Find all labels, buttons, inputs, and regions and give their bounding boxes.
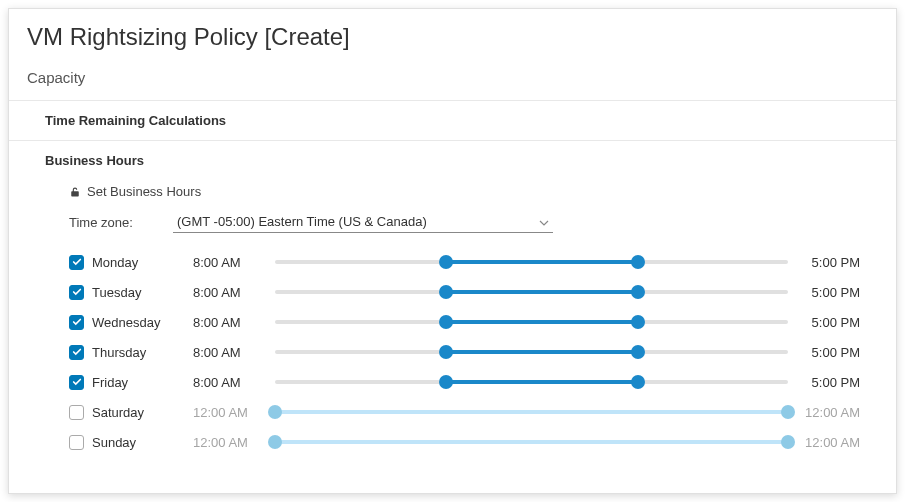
time-range-slider[interactable] <box>275 405 788 419</box>
time-range-slider[interactable] <box>275 345 788 359</box>
set-business-hours-row: Set Business Hours <box>9 178 896 205</box>
slider-handle-start[interactable] <box>439 375 453 389</box>
timezone-row: Time zone: (GMT -05:00) Eastern Time (US… <box>9 205 896 247</box>
day-row-sunday: Sunday12:00 AM12:00 AM <box>9 427 896 457</box>
slider-handle-start[interactable] <box>268 405 282 419</box>
day-checkbox-wrap: Tuesday <box>69 285 193 300</box>
capacity-subtitle: Capacity <box>9 59 896 100</box>
slider-handle-start[interactable] <box>439 255 453 269</box>
day-row-monday: Monday8:00 AM5:00 PM <box>9 247 896 277</box>
time-slider-wrap <box>265 315 798 329</box>
time-slider-wrap <box>265 345 798 359</box>
day-name-label: Friday <box>92 375 128 390</box>
day-checkbox-wrap: Wednesday <box>69 315 193 330</box>
time-slider-wrap <box>265 255 798 269</box>
timezone-select[interactable]: (GMT -05:00) Eastern Time (US & Canada) <box>173 211 553 233</box>
day-checkbox-sunday[interactable] <box>69 435 84 450</box>
end-time-label: 12:00 AM <box>798 435 860 450</box>
start-time-label: 12:00 AM <box>193 435 265 450</box>
slider-handle-end[interactable] <box>631 345 645 359</box>
slider-range <box>446 320 638 324</box>
slider-range <box>446 350 638 354</box>
start-time-label: 8:00 AM <box>193 345 265 360</box>
day-checkbox-tuesday[interactable] <box>69 285 84 300</box>
time-remaining-header: Time Remaining Calculations <box>9 101 896 141</box>
day-checkbox-saturday[interactable] <box>69 405 84 420</box>
day-name-label: Wednesday <box>92 315 160 330</box>
slider-handle-end[interactable] <box>631 315 645 329</box>
time-slider-wrap <box>265 405 798 419</box>
day-checkbox-thursday[interactable] <box>69 345 84 360</box>
time-slider-wrap <box>265 285 798 299</box>
time-range-slider[interactable] <box>275 255 788 269</box>
day-name-label: Saturday <box>92 405 144 420</box>
slider-handle-start[interactable] <box>268 435 282 449</box>
time-range-slider[interactable] <box>275 285 788 299</box>
day-name-label: Sunday <box>92 435 136 450</box>
page-title: VM Rightsizing Policy [Create] <box>9 9 896 59</box>
slider-handle-end[interactable] <box>781 405 795 419</box>
end-time-label: 5:00 PM <box>798 255 860 270</box>
day-row-saturday: Saturday12:00 AM12:00 AM <box>9 397 896 427</box>
slider-handle-end[interactable] <box>781 435 795 449</box>
slider-range <box>446 260 638 264</box>
timezone-label: Time zone: <box>69 215 149 230</box>
day-checkbox-wrap: Sunday <box>69 435 193 450</box>
slider-handle-end[interactable] <box>631 375 645 389</box>
slider-handle-end[interactable] <box>631 255 645 269</box>
time-slider-wrap <box>265 435 798 449</box>
time-range-slider[interactable] <box>275 375 788 389</box>
unlock-icon <box>69 186 81 198</box>
start-time-label: 12:00 AM <box>193 405 265 420</box>
day-row-friday: Friday8:00 AM5:00 PM <box>9 367 896 397</box>
day-checkbox-wrap: Thursday <box>69 345 193 360</box>
start-time-label: 8:00 AM <box>193 285 265 300</box>
time-range-slider[interactable] <box>275 435 788 449</box>
slider-range <box>446 290 638 294</box>
slider-handle-end[interactable] <box>631 285 645 299</box>
day-name-label: Tuesday <box>92 285 141 300</box>
slider-handle-start[interactable] <box>439 285 453 299</box>
start-time-label: 8:00 AM <box>193 315 265 330</box>
set-business-hours-label: Set Business Hours <box>87 184 201 199</box>
time-slider-wrap <box>265 375 798 389</box>
day-checkbox-friday[interactable] <box>69 375 84 390</box>
start-time-label: 8:00 AM <box>193 375 265 390</box>
day-row-thursday: Thursday8:00 AM5:00 PM <box>9 337 896 367</box>
time-range-slider[interactable] <box>275 315 788 329</box>
end-time-label: 5:00 PM <box>798 285 860 300</box>
day-name-label: Monday <box>92 255 138 270</box>
day-checkbox-wednesday[interactable] <box>69 315 84 330</box>
day-checkbox-wrap: Saturday <box>69 405 193 420</box>
end-time-label: 5:00 PM <box>798 375 860 390</box>
start-time-label: 8:00 AM <box>193 255 265 270</box>
end-time-label: 5:00 PM <box>798 315 860 330</box>
slider-range <box>275 440 788 444</box>
business-hours-header: Business Hours <box>9 141 896 178</box>
slider-handle-start[interactable] <box>439 315 453 329</box>
day-row-tuesday: Tuesday8:00 AM5:00 PM <box>9 277 896 307</box>
policy-panel: VM Rightsizing Policy [Create] Capacity … <box>8 8 897 494</box>
slider-range <box>275 410 788 414</box>
slider-range <box>446 380 638 384</box>
end-time-label: 5:00 PM <box>798 345 860 360</box>
day-checkbox-wrap: Friday <box>69 375 193 390</box>
end-time-label: 12:00 AM <box>798 405 860 420</box>
slider-handle-start[interactable] <box>439 345 453 359</box>
day-checkbox-wrap: Monday <box>69 255 193 270</box>
day-row-wednesday: Wednesday8:00 AM5:00 PM <box>9 307 896 337</box>
day-name-label: Thursday <box>92 345 146 360</box>
day-checkbox-monday[interactable] <box>69 255 84 270</box>
